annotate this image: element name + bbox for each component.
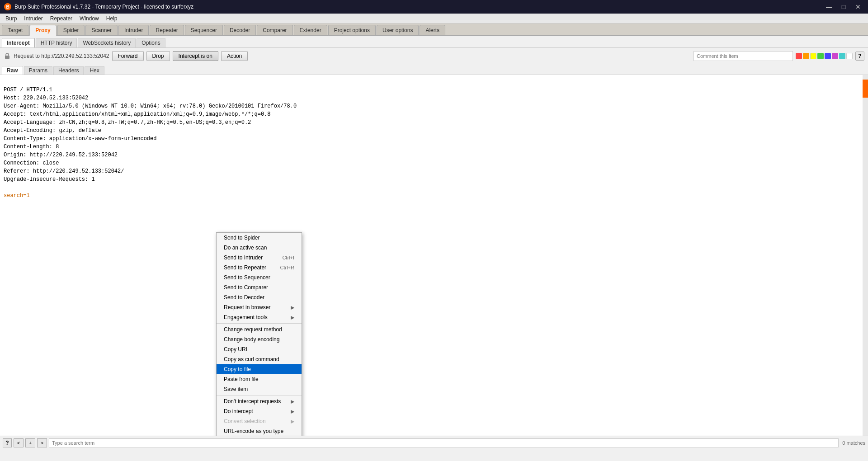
svg-text:B: B (6, 5, 9, 9)
minimize-button[interactable]: — (823, 2, 835, 11)
subtab-intercept[interactable]: Intercept (2, 38, 35, 47)
content-tab-params[interactable]: Params (24, 66, 52, 75)
ctx-convert-selection: Convert selection ▶ (217, 416, 302, 426)
ctx-label-save-item: Save item (224, 386, 248, 392)
tab-decoder[interactable]: Decoder (224, 25, 256, 35)
ctx-dont-intercept-requests[interactable]: Don't intercept requests ▶ (217, 396, 302, 406)
bottom-bar: ? < + > 0 matches (0, 436, 868, 449)
subtab-websockets-history[interactable]: WebSockets history (78, 38, 136, 47)
connection-header: Connection: close (4, 160, 59, 166)
title-bar: B Burp Suite Professional v1.7.32 - Temp… (0, 0, 868, 14)
color-white[interactable] (846, 53, 853, 59)
tab-sequencer[interactable]: Sequencer (185, 25, 223, 35)
ctx-send-to-sequencer[interactable]: Send to Sequencer (217, 273, 302, 282)
menu-item-window[interactable]: Window (76, 14, 103, 23)
menu-item-help[interactable]: Help (103, 14, 121, 23)
ctx-url-encode-as-you-type[interactable]: URL-encode as you type (217, 426, 302, 436)
ctx-do-active-scan[interactable]: Do an active scan (217, 243, 302, 253)
color-yellow[interactable] (810, 53, 816, 59)
color-orange[interactable] (803, 53, 809, 59)
scrollbar[interactable] (863, 75, 868, 436)
menu-item-burp[interactable]: Burp (2, 14, 20, 23)
help-bottom-button[interactable]: ? (3, 438, 12, 447)
ctx-request-in-browser[interactable]: Request in browser ▶ (217, 302, 302, 312)
tab-proxy[interactable]: Proxy (29, 25, 56, 36)
ctx-send-to-repeater[interactable]: Send to Repeater Ctrl+R (217, 263, 302, 273)
menu-item-intruder[interactable]: Intruder (20, 14, 46, 23)
intercept-button[interactable]: Intercept is on (173, 51, 218, 61)
nav-next-button[interactable]: > (37, 438, 47, 447)
comment-field[interactable] (693, 51, 793, 61)
content-tab-raw[interactable]: Raw (2, 66, 23, 75)
color-green[interactable] (817, 53, 824, 59)
toolbar: Request to http://220.249.52.133:52042 F… (0, 48, 868, 64)
ctx-engagement-tools[interactable]: Engagement tools ▶ (217, 312, 302, 322)
context-menu: Send to Spider Do an active scan Send to… (216, 232, 302, 436)
close-button[interactable]: ✕ (852, 2, 864, 11)
nav-prev-button[interactable]: < (14, 438, 24, 447)
ctx-label-url-encode: URL-encode as you type (224, 428, 283, 434)
color-purple[interactable] (832, 53, 838, 59)
ctx-copy-url[interactable]: Copy URL (217, 344, 302, 354)
ctx-change-body-encoding[interactable]: Change body encoding (217, 334, 302, 344)
sub-tabs: Intercept HTTP history WebSockets histor… (0, 36, 868, 48)
main-tabs: Target Proxy Spider Scanner Intruder Rep… (0, 24, 868, 36)
tab-extender[interactable]: Extender (294, 25, 327, 35)
ctx-label-send-to-decoder: Send to Decoder (224, 294, 264, 301)
color-red[interactable] (796, 53, 802, 59)
ctx-shortcut-repeater: Ctrl+R (280, 265, 294, 270)
referer-header: Referer: http://220.249.52.133:52042/ (4, 168, 124, 174)
ctx-label-send-to-sequencer: Send to Sequencer (224, 274, 270, 281)
tab-scanner[interactable]: Scanner (85, 25, 118, 35)
tab-intruder[interactable]: Intruder (118, 25, 149, 35)
accept-language-header: Accept-Language: zh-CN,zh;q=0.8,zh-TW;q=… (4, 119, 251, 126)
svg-rect-2 (5, 56, 9, 59)
ctx-label-do-active-scan: Do an active scan (224, 245, 267, 251)
ctx-send-to-decoder[interactable]: Send to Decoder (217, 292, 302, 302)
ctx-label-copy-as-curl: Copy as curl command (224, 356, 279, 362)
search-input[interactable] (49, 438, 839, 447)
subtab-http-history[interactable]: HTTP history (36, 38, 77, 47)
ctx-send-to-spider[interactable]: Send to Spider (217, 233, 302, 243)
upgrade-insecure-header: Upgrade-Insecure-Requests: 1 (4, 176, 95, 183)
action-button[interactable]: Action (221, 51, 248, 61)
ctx-label-send-to-intruder: Send to Intruder (224, 254, 263, 261)
ctx-do-intercept[interactable]: Do intercept ▶ (217, 406, 302, 416)
forward-button[interactable]: Forward (112, 51, 144, 61)
tab-user-options[interactable]: User options (377, 25, 419, 35)
accept-encoding-header: Accept-Encoding: gzip, deflate (4, 127, 101, 134)
ctx-label-send-to-comparer: Send to Comparer (224, 284, 268, 291)
maximize-button[interactable]: □ (837, 2, 850, 11)
ctx-paste-from-file[interactable]: Paste from file (217, 374, 302, 384)
tab-comparer[interactable]: Comparer (257, 25, 292, 35)
ctx-send-to-comparer[interactable]: Send to Comparer (217, 282, 302, 292)
title-bar-title: Burp Suite Professional v1.7.32 - Tempor… (14, 4, 193, 10)
menu-item-repeater[interactable]: Repeater (47, 14, 76, 23)
tab-project-options[interactable]: Project options (328, 25, 376, 35)
request-text[interactable]: POST / HTTP/1.1 Host: 220.249.52.133:520… (0, 75, 868, 211)
accept-header: Accept: text/html,application/xhtml+xml,… (4, 111, 271, 118)
color-cyan[interactable] (839, 53, 845, 59)
ctx-copy-as-curl[interactable]: Copy as curl command (217, 354, 302, 364)
tab-repeater[interactable]: Repeater (150, 25, 184, 35)
request-label: Request to http://220.249.52.133:52042 (14, 53, 109, 59)
subtab-options[interactable]: Options (137, 38, 165, 47)
drop-button[interactable]: Drop (146, 51, 170, 61)
main-content: Intercept HTTP history WebSockets histor… (0, 36, 868, 449)
ctx-label-convert-selection: Convert selection (224, 418, 266, 424)
tab-alerts[interactable]: Alerts (420, 25, 445, 35)
content-tab-hex[interactable]: Hex (85, 66, 104, 75)
ctx-send-to-intruder[interactable]: Send to Intruder Ctrl+I (217, 253, 302, 263)
help-button[interactable]: ? (855, 52, 864, 61)
ctx-label-copy-to-file: Copy to file (224, 366, 251, 372)
nav-add-button[interactable]: + (25, 438, 35, 447)
burp-logo-icon: B (4, 3, 12, 11)
color-blue[interactable] (825, 53, 831, 59)
tab-target[interactable]: Target (2, 25, 28, 35)
ctx-copy-to-file[interactable]: Copy to file (217, 364, 302, 374)
content-tab-headers[interactable]: Headers (53, 66, 84, 75)
ctx-change-request-method[interactable]: Change request method (217, 325, 302, 334)
tab-spider[interactable]: Spider (57, 25, 85, 35)
scroll-thumb[interactable] (863, 80, 868, 98)
ctx-save-item[interactable]: Save item (217, 384, 302, 394)
